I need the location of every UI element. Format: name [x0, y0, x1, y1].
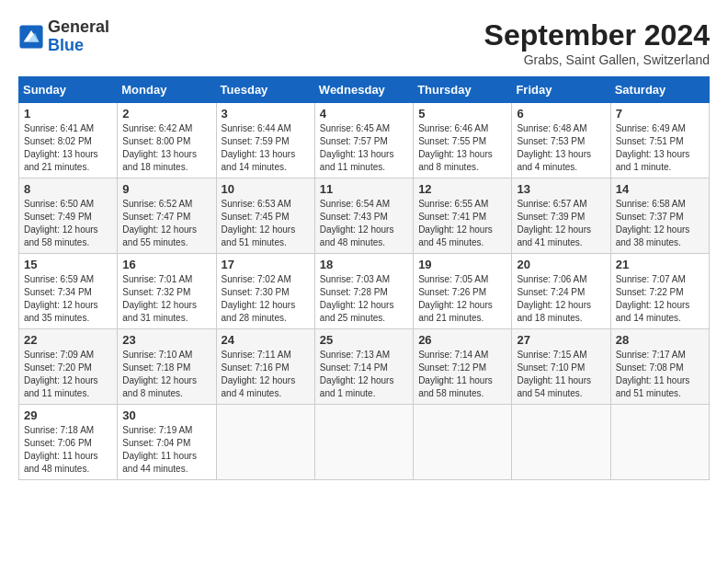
calendar-cell [512, 405, 610, 480]
day-number: 7 [616, 107, 704, 121]
calendar-cell: 9 Sunrise: 6:52 AMSunset: 7:47 PMDayligh… [118, 178, 216, 254]
day-number: 3 [222, 107, 310, 121]
calendar-table: SundayMondayTuesdayWednesdayThursdayFrid… [18, 76, 710, 480]
day-number: 25 [320, 333, 408, 347]
day-number: 17 [222, 258, 310, 271]
calendar-cell: 8 Sunrise: 6:50 AMSunset: 7:49 PMDayligh… [19, 178, 118, 254]
title-block: September 2024 Grabs, Saint Gallen, Swit… [484, 18, 710, 67]
day-info: Sunrise: 7:05 AMSunset: 7:26 PMDaylight:… [418, 274, 493, 323]
header-row: SundayMondayTuesdayWednesdayThursdayFrid… [19, 77, 710, 103]
calendar-cell: 28 Sunrise: 7:17 AMSunset: 7:08 PMDaylig… [610, 329, 709, 405]
day-info: Sunrise: 7:14 AMSunset: 7:12 PMDaylight:… [418, 350, 493, 398]
calendar-cell: 13 Sunrise: 6:57 AMSunset: 7:39 PMDaylig… [512, 178, 610, 254]
col-header-wednesday: Wednesday [314, 77, 413, 103]
day-info: Sunrise: 7:03 AMSunset: 7:28 PMDaylight:… [320, 274, 394, 323]
day-info: Sunrise: 7:07 AMSunset: 7:22 PMDaylight:… [616, 274, 690, 323]
calendar-cell: 18 Sunrise: 7:03 AMSunset: 7:28 PMDaylig… [314, 254, 413, 329]
calendar-title: September 2024 [484, 18, 710, 52]
day-info: Sunrise: 7:15 AMSunset: 7:10 PMDaylight:… [517, 350, 591, 398]
day-info: Sunrise: 7:17 AMSunset: 7:08 PMDaylight:… [616, 350, 690, 398]
calendar-cell: 29 Sunrise: 7:18 AMSunset: 7:06 PMDaylig… [19, 405, 118, 480]
col-header-saturday: Saturday [610, 77, 709, 103]
day-number: 20 [517, 258, 605, 271]
week-row-2: 8 Sunrise: 6:50 AMSunset: 7:49 PMDayligh… [19, 178, 710, 254]
calendar-cell: 20 Sunrise: 7:06 AMSunset: 7:24 PMDaylig… [512, 254, 610, 329]
week-row-1: 1 Sunrise: 6:41 AMSunset: 8:02 PMDayligh… [19, 103, 710, 178]
calendar-cell: 24 Sunrise: 7:11 AMSunset: 7:16 PMDaylig… [216, 329, 314, 405]
calendar-cell: 1 Sunrise: 6:41 AMSunset: 8:02 PMDayligh… [19, 103, 118, 178]
day-number: 21 [616, 258, 704, 271]
day-number: 15 [24, 258, 112, 271]
calendar-cell [216, 405, 314, 480]
calendar-cell [314, 405, 413, 480]
day-info: Sunrise: 6:58 AMSunset: 7:37 PMDaylight:… [616, 199, 690, 247]
page-header: General Blue September 2024 Grabs, Saint… [18, 18, 710, 67]
day-info: Sunrise: 7:13 AMSunset: 7:14 PMDaylight:… [320, 350, 394, 398]
day-info: Sunrise: 7:06 AMSunset: 7:24 PMDaylight:… [517, 274, 591, 323]
week-row-5: 29 Sunrise: 7:18 AMSunset: 7:06 PMDaylig… [19, 405, 710, 480]
calendar-cell: 4 Sunrise: 6:45 AMSunset: 7:57 PMDayligh… [314, 103, 413, 178]
day-info: Sunrise: 6:48 AMSunset: 7:53 PMDaylight:… [517, 123, 591, 172]
day-info: Sunrise: 6:54 AMSunset: 7:43 PMDaylight:… [320, 199, 394, 247]
day-number: 27 [517, 333, 605, 347]
day-number: 29 [24, 408, 112, 422]
day-info: Sunrise: 6:53 AMSunset: 7:45 PMDaylight:… [222, 199, 296, 247]
calendar-cell: 14 Sunrise: 6:58 AMSunset: 7:37 PMDaylig… [610, 178, 709, 254]
day-info: Sunrise: 7:19 AMSunset: 7:04 PMDaylight:… [122, 425, 197, 474]
calendar-cell: 25 Sunrise: 7:13 AMSunset: 7:14 PMDaylig… [314, 329, 413, 405]
day-info: Sunrise: 7:11 AMSunset: 7:16 PMDaylight:… [222, 350, 296, 398]
day-info: Sunrise: 6:41 AMSunset: 8:02 PMDaylight:… [24, 123, 98, 172]
calendar-cell [414, 405, 512, 480]
day-info: Sunrise: 6:46 AMSunset: 7:55 PMDaylight:… [418, 123, 493, 172]
logo: General Blue [18, 18, 109, 55]
calendar-cell: 19 Sunrise: 7:05 AMSunset: 7:26 PMDaylig… [414, 254, 512, 329]
day-number: 24 [222, 333, 310, 347]
col-header-sunday: Sunday [19, 77, 118, 103]
col-header-friday: Friday [512, 77, 610, 103]
day-info: Sunrise: 6:59 AMSunset: 7:34 PMDaylight:… [24, 274, 98, 323]
day-number: 23 [122, 333, 210, 347]
day-info: Sunrise: 6:57 AMSunset: 7:39 PMDaylight:… [517, 199, 591, 247]
logo-blue: Blue [48, 36, 84, 54]
day-number: 10 [222, 182, 310, 196]
day-number: 22 [24, 333, 112, 347]
logo-icon [18, 24, 44, 50]
day-number: 28 [616, 333, 704, 347]
day-number: 30 [122, 408, 210, 422]
calendar-cell: 3 Sunrise: 6:44 AMSunset: 7:59 PMDayligh… [216, 103, 314, 178]
day-info: Sunrise: 6:55 AMSunset: 7:41 PMDaylight:… [418, 199, 493, 247]
day-number: 4 [320, 107, 408, 121]
logo-general: General [48, 17, 109, 36]
calendar-cell: 17 Sunrise: 7:02 AMSunset: 7:30 PMDaylig… [216, 254, 314, 329]
day-info: Sunrise: 6:52 AMSunset: 7:47 PMDaylight:… [122, 199, 197, 247]
day-info: Sunrise: 6:44 AMSunset: 7:59 PMDaylight:… [222, 123, 296, 172]
calendar-cell: 26 Sunrise: 7:14 AMSunset: 7:12 PMDaylig… [414, 329, 512, 405]
day-info: Sunrise: 6:42 AMSunset: 8:00 PMDaylight:… [122, 123, 197, 172]
calendar-cell: 27 Sunrise: 7:15 AMSunset: 7:10 PMDaylig… [512, 329, 610, 405]
calendar-cell: 12 Sunrise: 6:55 AMSunset: 7:41 PMDaylig… [414, 178, 512, 254]
day-number: 26 [418, 333, 506, 347]
week-row-4: 22 Sunrise: 7:09 AMSunset: 7:20 PMDaylig… [19, 329, 710, 405]
day-number: 1 [24, 107, 112, 121]
calendar-cell: 15 Sunrise: 6:59 AMSunset: 7:34 PMDaylig… [19, 254, 118, 329]
day-number: 14 [616, 182, 704, 196]
day-info: Sunrise: 7:01 AMSunset: 7:32 PMDaylight:… [122, 274, 197, 323]
day-number: 2 [122, 107, 210, 121]
calendar-cell: 5 Sunrise: 6:46 AMSunset: 7:55 PMDayligh… [414, 103, 512, 178]
calendar-cell: 21 Sunrise: 7:07 AMSunset: 7:22 PMDaylig… [610, 254, 709, 329]
col-header-tuesday: Tuesday [216, 77, 314, 103]
calendar-cell: 6 Sunrise: 6:48 AMSunset: 7:53 PMDayligh… [512, 103, 610, 178]
calendar-cell: 16 Sunrise: 7:01 AMSunset: 7:32 PMDaylig… [118, 254, 216, 329]
day-info: Sunrise: 7:02 AMSunset: 7:30 PMDaylight:… [222, 274, 296, 323]
day-info: Sunrise: 7:09 AMSunset: 7:20 PMDaylight:… [24, 350, 98, 398]
day-info: Sunrise: 7:18 AMSunset: 7:06 PMDaylight:… [24, 425, 98, 474]
calendar-subtitle: Grabs, Saint Gallen, Switzerland [484, 52, 710, 67]
col-header-thursday: Thursday [414, 77, 512, 103]
day-info: Sunrise: 6:45 AMSunset: 7:57 PMDaylight:… [320, 123, 394, 172]
day-number: 19 [418, 258, 506, 271]
day-info: Sunrise: 7:10 AMSunset: 7:18 PMDaylight:… [122, 350, 197, 398]
calendar-cell: 22 Sunrise: 7:09 AMSunset: 7:20 PMDaylig… [19, 329, 118, 405]
day-number: 11 [320, 182, 408, 196]
day-number: 8 [24, 182, 112, 196]
day-number: 16 [122, 258, 210, 271]
